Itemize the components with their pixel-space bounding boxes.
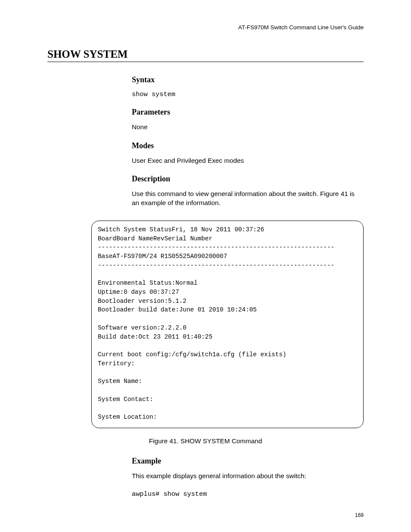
content-block: Syntax show system Parameters None Modes… bbox=[132, 75, 364, 217]
document-header: AT-FS970M Switch Command Line User's Gui… bbox=[238, 24, 364, 31]
figure-caption: Figure 41. SHOW SYSTEM Command bbox=[0, 437, 411, 445]
page-title: SHOW SYSTEM bbox=[47, 48, 364, 62]
example-command: awplus# show system bbox=[132, 490, 364, 498]
syntax-text: show system bbox=[132, 90, 364, 98]
parameters-text: None bbox=[132, 123, 364, 132]
modes-text: User Exec and Privileged Exec modes bbox=[132, 156, 364, 165]
modes-heading: Modes bbox=[132, 141, 364, 150]
code-output-box: Switch System StatusFri, 18 Nov 2011 00:… bbox=[91, 221, 364, 428]
syntax-heading: Syntax bbox=[132, 75, 364, 84]
page-number: 169 bbox=[355, 512, 364, 518]
parameters-heading: Parameters bbox=[132, 108, 364, 117]
description-text: Use this command to view general informa… bbox=[132, 190, 364, 207]
example-heading: Example bbox=[132, 457, 364, 466]
example-intro: This example displays general informatio… bbox=[132, 472, 364, 481]
example-block: Example This example displays general in… bbox=[132, 457, 364, 507]
description-heading: Description bbox=[132, 174, 364, 184]
